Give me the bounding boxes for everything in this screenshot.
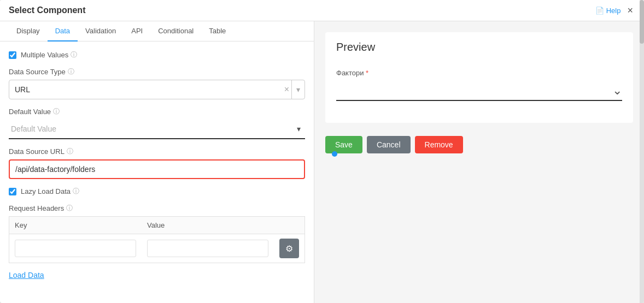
action-buttons: Save Cancel Remove	[325, 136, 633, 153]
request-headers-label: Request Headers ⓘ	[9, 204, 305, 213]
scrollbar[interactable]	[640, 0, 644, 303]
request-headers-group: Request Headers ⓘ Key Value	[9, 204, 305, 263]
multiple-values-label: Multiple Values ⓘ	[21, 50, 77, 60]
preview-title: Preview	[336, 41, 622, 54]
save-button[interactable]: Save	[325, 136, 362, 153]
close-button[interactable]: ×	[625, 4, 635, 16]
value-input[interactable]	[147, 240, 268, 257]
right-panel: Preview Фактори * ⌄ Save Cancel Remove	[314, 21, 644, 303]
col-key-header: Key	[9, 217, 142, 234]
request-headers-help-icon[interactable]: ⓘ	[66, 204, 73, 213]
tab-conditional[interactable]: Conditional	[150, 21, 201, 41]
tab-data[interactable]: Data	[48, 21, 78, 41]
panel-content: Multiple Values ⓘ Data Source Type ⓘ URL…	[0, 41, 314, 303]
tab-api[interactable]: API	[124, 21, 150, 41]
col-value-header: Value	[142, 217, 274, 234]
tab-display[interactable]: Display	[9, 21, 48, 41]
cancel-button[interactable]: Cancel	[367, 136, 411, 153]
key-input[interactable]	[15, 240, 136, 257]
key-cell	[9, 234, 142, 263]
multiple-values-row: Multiple Values ⓘ	[9, 50, 305, 60]
remove-button[interactable]: Remove	[415, 136, 463, 153]
help-icon: 📄	[595, 7, 604, 15]
col-action-header	[274, 217, 305, 234]
preview-field-label: Фактори *	[336, 69, 622, 77]
tabs-bar: Display Data Validation API Conditional …	[0, 21, 314, 41]
select-arrow-icon[interactable]: ▾	[291, 80, 305, 99]
data-source-type-select[interactable]: URL × ▾	[9, 80, 305, 99]
load-data-button[interactable]: Load Data	[9, 271, 44, 280]
lazy-load-label: Lazy Load Data ⓘ	[21, 187, 79, 196]
modal-title: Select Component	[9, 5, 85, 15]
request-headers-table: Key Value	[9, 216, 305, 263]
data-source-type-label: Data Source Type ⓘ	[9, 67, 305, 76]
default-value-placeholder: Default Value	[9, 124, 292, 133]
preview-field: Фактори * ⌄	[336, 64, 622, 105]
select-clear-icon[interactable]: ×	[282, 85, 291, 94]
default-value-help-icon[interactable]: ⓘ	[53, 107, 60, 116]
lazy-load-checkbox[interactable]	[9, 188, 16, 195]
default-value-group: Default Value ⓘ Default Value ▾	[9, 107, 305, 139]
left-panel: Display Data Validation API Conditional …	[0, 21, 314, 303]
required-star: *	[366, 69, 368, 77]
preview-dropdown[interactable]: ⌄	[336, 81, 622, 101]
data-source-url-input[interactable]	[9, 159, 305, 179]
data-source-url-help-icon[interactable]: ⓘ	[67, 147, 73, 156]
multiple-values-help-icon[interactable]: ⓘ	[71, 50, 77, 60]
settings-button[interactable]: ⚙	[279, 239, 299, 258]
preview-container: Preview Фактори * ⌄	[325, 32, 633, 123]
modal-body: Display Data Validation API Conditional …	[0, 21, 644, 303]
help-link[interactable]: 📄 Help	[595, 7, 621, 15]
tab-table[interactable]: Table	[201, 21, 233, 41]
lazy-load-row: Lazy Load Data ⓘ	[9, 187, 305, 196]
default-value-select[interactable]: Default Value ▾	[9, 120, 305, 139]
data-source-type-help-icon[interactable]: ⓘ	[68, 67, 74, 76]
table-row: ⚙	[9, 234, 305, 263]
default-value-arrow-icon[interactable]: ▾	[292, 124, 305, 133]
multiple-values-checkbox[interactable]	[9, 51, 16, 59]
action-cell: ⚙	[274, 234, 305, 263]
data-source-url-group: Data Source URL ⓘ	[9, 147, 305, 179]
header-right: 📄 Help ×	[595, 4, 635, 16]
data-source-type-group: Data Source Type ⓘ URL × ▾	[9, 67, 305, 99]
data-source-type-value: URL	[9, 85, 282, 94]
preview-dropdown-arrow-icon[interactable]: ⌄	[612, 85, 622, 97]
scrollbar-thumb[interactable]	[640, 0, 644, 44]
value-cell	[142, 234, 274, 263]
modal-header: Select Component 📄 Help ×	[0, 0, 644, 21]
lazy-load-help-icon[interactable]: ⓘ	[73, 187, 79, 196]
data-source-url-label: Data Source URL ⓘ	[9, 147, 305, 156]
modal-container: Select Component 📄 Help × Display Data V…	[0, 0, 644, 303]
tab-validation[interactable]: Validation	[78, 21, 124, 41]
default-value-label: Default Value ⓘ	[9, 107, 305, 116]
